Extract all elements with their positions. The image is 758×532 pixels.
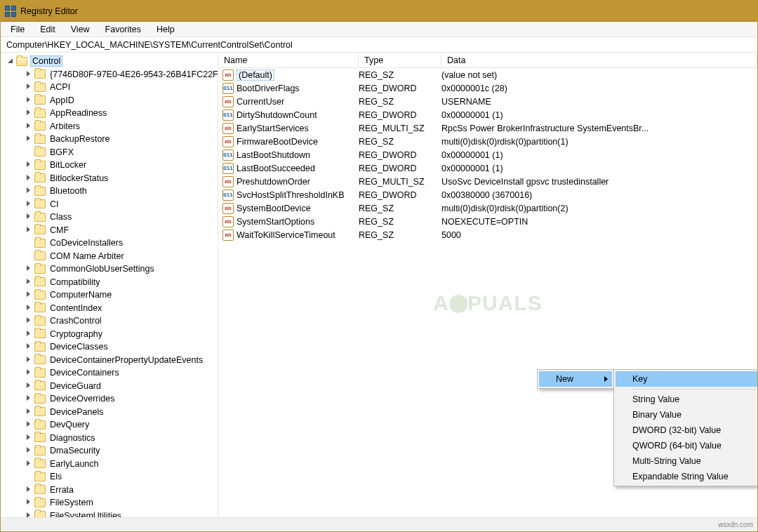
- expand-icon[interactable]: [25, 408, 33, 416]
- expand-icon[interactable]: [25, 512, 33, 517]
- expand-icon[interactable]: [6, 57, 15, 65]
- expand-icon[interactable]: [25, 460, 33, 468]
- value-row[interactable]: 011DirtyShutdownCountREG_DWORD0x00000001…: [218, 108, 757, 121]
- menu-favorites[interactable]: Favorites: [100, 23, 147, 36]
- tree-node[interactable]: CommonGlobUserSettings: [1, 262, 218, 276]
- tree-node[interactable]: AppReadiness: [1, 107, 218, 120]
- tree-node[interactable]: DeviceGuard: [1, 380, 218, 393]
- tree-panel[interactable]: Control {7746D80F-97E0-4E26-9543-26B41FC…: [1, 53, 218, 517]
- expand-icon[interactable]: [25, 70, 33, 79]
- tree-node-control[interactable]: Control: [1, 55, 218, 68]
- tree-node[interactable]: DmaSecurity: [1, 444, 218, 458]
- tree-node[interactable]: Diagnostics: [1, 432, 218, 445]
- value-row[interactable]: 011LastBootSucceededREG_DWORD0x00000001 …: [218, 161, 757, 175]
- value-row[interactable]: abFirmwareBootDeviceREG_SZmulti(0)disk(0…: [218, 135, 757, 148]
- expand-icon[interactable]: [25, 109, 33, 117]
- expand-icon[interactable]: [25, 304, 33, 312]
- expand-icon[interactable]: [25, 226, 33, 234]
- tree-node[interactable]: COM Name Arbiter: [1, 250, 218, 263]
- expand-icon[interactable]: [25, 368, 33, 377]
- tree-node[interactable]: {7746D80F-97E0-4E26-9543-26B41FC22F79}: [1, 68, 218, 81]
- expand-icon[interactable]: [25, 434, 33, 442]
- tree-node[interactable]: DeviceClasses: [1, 340, 218, 354]
- tree-node[interactable]: DeviceContainerPropertyUpdateEvents: [1, 354, 218, 367]
- titlebar[interactable]: Registry Editor: [1, 1, 757, 22]
- expand-icon[interactable]: [25, 498, 33, 507]
- menu-edit[interactable]: Edit: [34, 23, 61, 36]
- expand-icon[interactable]: [25, 343, 33, 351]
- expand-icon[interactable]: [25, 486, 33, 494]
- expand-icon[interactable]: [25, 382, 33, 390]
- tree-node[interactable]: BitLocker: [1, 159, 218, 172]
- tree-node[interactable]: CI: [1, 198, 218, 211]
- value-row[interactable]: abPreshutdownOrderREG_MULTI_SZUsoSvc Dev…: [218, 175, 757, 188]
- context-item[interactable]: DWORD (32-bit) Value: [616, 423, 757, 438]
- expand-icon[interactable]: [25, 420, 33, 429]
- tree-node[interactable]: FileSystem: [1, 496, 218, 510]
- context-item[interactable]: String Value: [616, 392, 757, 407]
- tree-node[interactable]: DeviceContainers: [1, 366, 218, 380]
- expand-icon[interactable]: [25, 213, 33, 221]
- tree-node[interactable]: ContentIndex: [1, 302, 218, 315]
- tree-node[interactable]: CMF: [1, 224, 218, 237]
- context-item[interactable]: Expandable String Value: [616, 469, 757, 484]
- tree-node[interactable]: Errata: [1, 484, 218, 497]
- value-row[interactable]: abCurrentUserREG_SZUSERNAME: [218, 95, 757, 108]
- tree-node[interactable]: ACPI: [1, 81, 218, 94]
- tree-node[interactable]: Els: [1, 470, 218, 484]
- value-row[interactable]: 011BootDriverFlagsREG_DWORD0x0000001c (2…: [218, 81, 757, 95]
- menu-help[interactable]: Help: [151, 23, 180, 36]
- col-type[interactable]: Type: [359, 53, 441, 67]
- tree-node[interactable]: CrashControl: [1, 314, 218, 328]
- expand-icon[interactable]: [25, 278, 33, 286]
- expand-icon[interactable]: [25, 122, 33, 131]
- tree-node[interactable]: ComputerName: [1, 288, 218, 302]
- expand-icon[interactable]: [25, 356, 33, 364]
- context-new[interactable]: New: [539, 371, 612, 387]
- expand-icon[interactable]: [25, 394, 33, 403]
- expand-icon[interactable]: [25, 200, 33, 208]
- value-row[interactable]: ab(Default)REG_SZ(value not set): [218, 68, 757, 81]
- expand-icon[interactable]: [25, 174, 33, 182]
- tree-node[interactable]: DeviceOverrides: [1, 392, 218, 406]
- tree-node[interactable]: BackupRestore: [1, 133, 218, 146]
- tree-node[interactable]: Arbiters: [1, 120, 218, 133]
- value-row[interactable]: abEarlyStartServicesREG_MULTI_SZRpcSs Po…: [218, 121, 757, 135]
- tree-node[interactable]: FileSystemUtilities: [1, 510, 218, 518]
- expand-icon[interactable]: [25, 187, 33, 195]
- tree-node[interactable]: EarlyLaunch: [1, 458, 218, 471]
- context-item[interactable]: Multi-String Value: [616, 453, 757, 469]
- value-row[interactable]: abSystemBootDeviceREG_SZmulti(0)disk(0)r…: [218, 201, 757, 215]
- value-row[interactable]: abWaitToKillServiceTimeoutREG_SZ5000: [218, 228, 757, 241]
- value-row[interactable]: abSystemStartOptionsREG_SZ NOEXECUTE=OPT…: [218, 215, 757, 228]
- tree-node[interactable]: Bluetooth: [1, 185, 218, 198]
- context-item[interactable]: Key: [616, 371, 757, 387]
- expand-icon[interactable]: [25, 317, 33, 325]
- tree-node[interactable]: DevQuery: [1, 418, 218, 432]
- value-row[interactable]: 011LastBootShutdownREG_DWORD0x00000001 (…: [218, 148, 757, 161]
- tree-node[interactable]: DevicePanels: [1, 406, 218, 419]
- expand-icon[interactable]: [25, 291, 33, 299]
- menu-file[interactable]: File: [5, 23, 30, 36]
- expand-icon[interactable]: [25, 83, 33, 91]
- expand-icon[interactable]: [25, 135, 33, 143]
- expand-icon[interactable]: [25, 265, 33, 273]
- expand-icon[interactable]: [25, 161, 33, 169]
- tree-node[interactable]: Class: [1, 211, 218, 224]
- address-bar[interactable]: Computer\HKEY_LOCAL_MACHINE\SYSTEM\Curre…: [1, 37, 757, 53]
- tree-node[interactable]: CoDeviceInstallers: [1, 237, 218, 250]
- tree-node[interactable]: AppID: [1, 94, 218, 107]
- col-name[interactable]: Name: [218, 53, 359, 67]
- tree-node[interactable]: Compatibility: [1, 276, 218, 289]
- expand-icon[interactable]: [25, 446, 33, 455]
- value-row[interactable]: 011SvcHostSplitThresholdInKBREG_DWORD0x0…: [218, 188, 757, 201]
- context-item[interactable]: QWORD (64-bit) Value: [616, 438, 757, 453]
- tree-node[interactable]: BGFX: [1, 146, 218, 159]
- menu-view[interactable]: View: [65, 23, 95, 36]
- expand-icon[interactable]: [25, 96, 33, 105]
- col-data[interactable]: Data: [441, 53, 757, 67]
- context-item[interactable]: Binary Value: [616, 407, 757, 423]
- tree-node[interactable]: Cryptography: [1, 328, 218, 341]
- tree-node[interactable]: BitlockerStatus: [1, 172, 218, 185]
- expand-icon[interactable]: [25, 330, 33, 338]
